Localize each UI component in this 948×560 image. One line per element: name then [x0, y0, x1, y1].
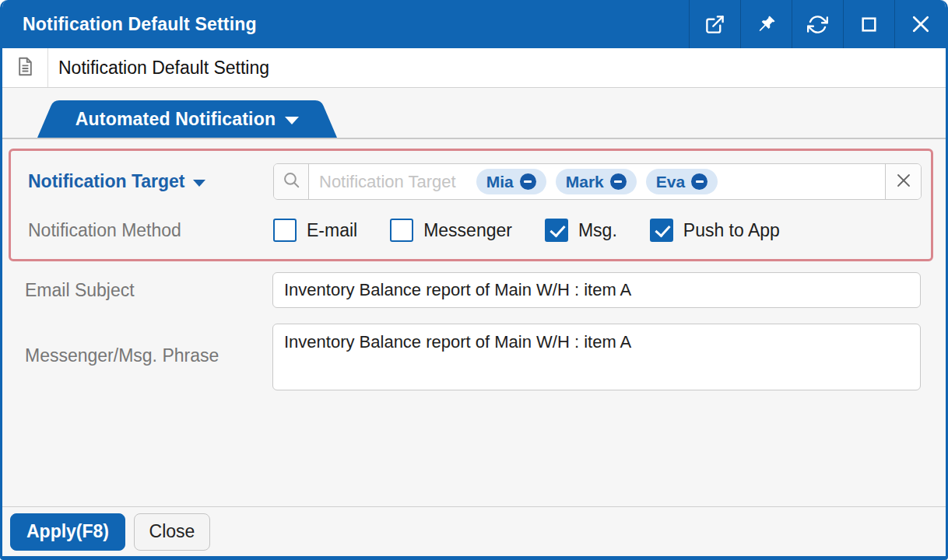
refresh-icon: [807, 14, 828, 35]
tab-automated-notification[interactable]: Automated Notification: [37, 100, 337, 138]
chip-eva: Eva: [646, 169, 718, 194]
notification-target-row: Notification Target Notification Target: [28, 163, 922, 200]
document-icon-cell[interactable]: [2, 48, 48, 87]
email-subject-label: Email Subject: [25, 280, 272, 301]
pin-button[interactable]: [740, 0, 792, 48]
messenger-phrase-label: Messenger/Msg. Phrase: [25, 345, 272, 366]
remove-chip-icon[interactable]: [691, 173, 707, 190]
tab-strip: Automated Notification: [2, 88, 946, 139]
notification-target-placeholder: Notification Target: [319, 172, 456, 192]
messenger-checkbox[interactable]: [390, 219, 413, 242]
checkbox-group-email[interactable]: E-mail: [273, 219, 357, 242]
chip-label: Mia: [486, 173, 514, 191]
content-spacer: [2, 390, 946, 506]
close-button[interactable]: Close: [134, 513, 210, 551]
checkbox-group-messenger[interactable]: Messenger: [390, 219, 512, 242]
pin-icon: [757, 14, 777, 34]
page-header: Notification Default Setting: [2, 48, 946, 88]
document-icon: [15, 56, 36, 80]
checkbox-group-msg[interactable]: Msg.: [545, 219, 617, 242]
footer-bar: Apply(F8) Close: [2, 506, 946, 556]
chevron-down-icon: [285, 117, 299, 124]
checkbox-label: Push to App: [683, 220, 780, 241]
notification-method-label: Notification Method: [28, 220, 273, 241]
clear-icon: [894, 171, 913, 193]
window-title: Notification Default Setting: [23, 14, 257, 35]
apply-button[interactable]: Apply(F8): [10, 513, 125, 551]
notification-target-label-group[interactable]: Notification Target: [28, 171, 273, 192]
notification-settings-highlight: Notification Target Notification Target: [9, 149, 933, 261]
messenger-phrase-textarea[interactable]: [272, 324, 921, 390]
chip-label: Eva: [656, 173, 685, 191]
clear-target-button[interactable]: [885, 164, 921, 199]
checkbox-label: Msg.: [578, 220, 617, 241]
chip-label: Mark: [566, 173, 604, 191]
email-subject-input[interactable]: [272, 272, 921, 308]
search-button[interactable]: [274, 164, 309, 199]
page-title: Notification Default Setting: [58, 48, 269, 87]
dialog-window: Notification Default Setting: [0, 0, 948, 560]
email-checkbox[interactable]: [273, 219, 297, 242]
notification-method-options: E-mail Messenger Msg. Push to App: [273, 219, 922, 242]
messenger-phrase-row: Messenger/Msg. Phrase: [25, 324, 921, 390]
title-bar: Notification Default Setting: [2, 0, 946, 48]
chevron-down-icon: [193, 180, 205, 187]
checkbox-group-push-to-app[interactable]: Push to App: [650, 219, 780, 242]
checkbox-label: E-mail: [307, 220, 357, 241]
chip-mark: Mark: [556, 169, 637, 194]
email-subject-row: Email Subject: [25, 272, 921, 308]
checkbox-label: Messenger: [423, 220, 512, 241]
notification-target-field[interactable]: Notification Target Mia Mark Eva: [309, 164, 885, 199]
remove-chip-icon[interactable]: [610, 173, 627, 190]
push-to-app-checkbox[interactable]: [650, 219, 673, 242]
notification-target-label: Notification Target: [28, 171, 184, 192]
close-window-button[interactable]: [894, 0, 946, 48]
tab-label: Automated Notification: [75, 109, 276, 130]
open-in-new-window-icon: [704, 14, 725, 35]
chip-mia: Mia: [476, 169, 546, 194]
maximize-icon: [859, 15, 879, 34]
open-in-new-window-button[interactable]: [689, 0, 740, 48]
maximize-button[interactable]: [843, 0, 894, 48]
close-icon: [910, 13, 932, 35]
remove-chip-icon[interactable]: [520, 173, 536, 190]
notification-method-row: Notification Method E-mail Messenger Msg…: [28, 219, 922, 242]
search-icon: [282, 170, 301, 193]
msg-checkbox[interactable]: [545, 219, 568, 242]
refresh-button[interactable]: [792, 0, 843, 48]
notification-target-input[interactable]: Notification Target Mia Mark Eva: [273, 163, 922, 200]
